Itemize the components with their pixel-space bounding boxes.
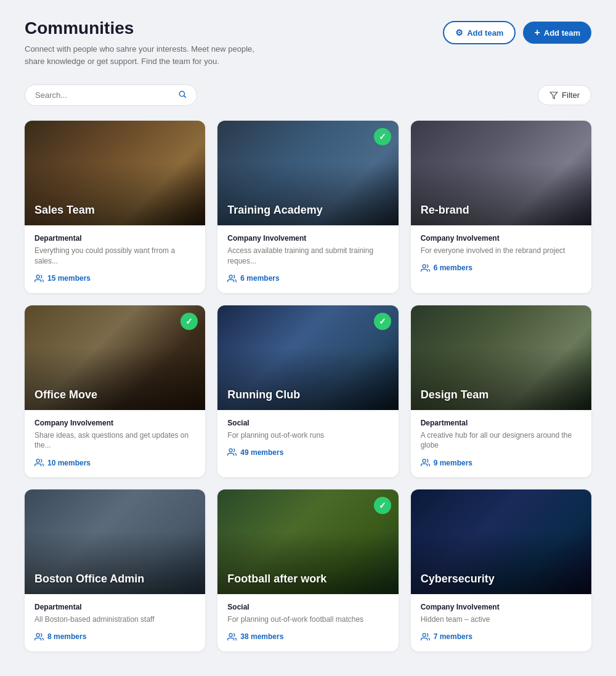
svg-point-7 bbox=[229, 449, 232, 452]
card-description: For everyone involved in the rebrand pro… bbox=[421, 246, 582, 256]
gear-icon bbox=[455, 28, 463, 38]
search-icon bbox=[178, 90, 187, 100]
community-card[interactable]: Running Club ✓ Social For planning out-o… bbox=[217, 305, 398, 478]
members-count: 6 members bbox=[240, 274, 279, 283]
members-icon bbox=[227, 448, 237, 457]
add-team-button[interactable]: Add team bbox=[523, 22, 591, 44]
card-image-7: Boston Office Admin bbox=[25, 489, 205, 594]
card-title-overlay: Re-brand bbox=[421, 204, 469, 217]
card-description: Access available training and submit tra… bbox=[227, 246, 388, 267]
card-title-overlay: Boston Office Admin bbox=[34, 573, 144, 585]
community-card[interactable]: Training Academy ✓ Company Involvement A… bbox=[217, 121, 398, 293]
card-body: Company Involvement For everyone involve… bbox=[411, 225, 591, 283]
card-category: Social bbox=[227, 603, 388, 611]
card-members: 49 members bbox=[227, 448, 388, 457]
card-body: Company Involvement Hidden team – active… bbox=[411, 594, 591, 651]
filter-button[interactable]: Filter bbox=[538, 85, 591, 105]
members-count: 10 members bbox=[47, 459, 91, 467]
card-description: For planning out-of-work football matche… bbox=[227, 614, 388, 625]
card-description: Hidden team – active bbox=[421, 614, 582, 625]
filter-icon bbox=[549, 91, 558, 100]
page-header: Communities Connect with people who sahr… bbox=[25, 18, 591, 67]
card-description: All Boston-based administration staff bbox=[34, 614, 195, 625]
members-icon bbox=[421, 632, 430, 642]
members-count: 7 members bbox=[434, 632, 472, 641]
card-body: Departmental Everything you could possib… bbox=[25, 225, 205, 293]
svg-point-9 bbox=[36, 634, 39, 637]
card-body: Departmental All Boston-based administra… bbox=[25, 594, 205, 651]
card-category: Company Involvement bbox=[34, 419, 195, 427]
card-category: Social bbox=[227, 419, 388, 427]
community-card[interactable]: Boston Office Admin Departmental All Bos… bbox=[25, 489, 205, 651]
cards-grid: Sales Team Departmental Everything you c… bbox=[25, 121, 591, 651]
members-count: 49 members bbox=[240, 448, 283, 457]
members-icon bbox=[421, 458, 430, 467]
search-input[interactable] bbox=[35, 91, 173, 100]
card-members: 6 members bbox=[421, 264, 582, 273]
card-category: Company Involvement bbox=[421, 234, 582, 243]
svg-point-3 bbox=[36, 275, 39, 278]
check-badge: ✓ bbox=[374, 497, 391, 514]
card-members: 8 members bbox=[34, 632, 195, 642]
card-image-2: Training Academy ✓ bbox=[217, 121, 398, 225]
card-category: Departmental bbox=[34, 234, 195, 243]
manage-team-label: Add team bbox=[467, 28, 503, 38]
card-category: Departmental bbox=[421, 419, 582, 427]
card-title-overlay: Cybersecurity bbox=[421, 573, 495, 585]
card-members: 7 members bbox=[421, 632, 582, 642]
members-icon bbox=[34, 632, 44, 642]
members-count: 8 members bbox=[47, 632, 86, 641]
card-image-4: Office Move ✓ bbox=[25, 305, 205, 410]
card-image-1: Sales Team bbox=[25, 121, 205, 225]
card-members: 10 members bbox=[34, 458, 195, 467]
card-title-overlay: Running Club bbox=[227, 388, 300, 401]
card-description: Share ideas, ask questions and get updat… bbox=[34, 430, 195, 451]
card-body: Company Involvement Access available tra… bbox=[217, 225, 398, 293]
community-card[interactable]: Sales Team Departmental Everything you c… bbox=[25, 121, 205, 293]
card-image-8: Football after work ✓ bbox=[217, 489, 398, 594]
svg-line-1 bbox=[184, 96, 186, 98]
page-subtitle: Connect with people who sahre your inter… bbox=[25, 43, 271, 67]
svg-marker-2 bbox=[550, 92, 557, 99]
card-members: 6 members bbox=[227, 274, 388, 283]
card-image-5: Running Club ✓ bbox=[217, 305, 398, 410]
members-icon bbox=[227, 632, 237, 642]
plus-icon bbox=[534, 27, 540, 38]
card-title-overlay: Sales Team bbox=[34, 204, 95, 217]
card-members: 15 members bbox=[34, 274, 195, 283]
community-card[interactable]: Football after work ✓ Social For plannin… bbox=[217, 489, 398, 651]
svg-point-6 bbox=[36, 459, 39, 462]
svg-point-8 bbox=[423, 459, 426, 462]
members-count: 15 members bbox=[47, 274, 91, 283]
search-filter-row: Filter bbox=[25, 84, 591, 106]
card-category: Departmental bbox=[34, 603, 195, 611]
card-category: Company Involvement bbox=[421, 603, 582, 611]
community-card[interactable]: Cybersecurity Company Involvement Hidden… bbox=[411, 489, 591, 651]
card-body: Social For planning out-of-work runs 49 … bbox=[217, 410, 398, 467]
card-members: 38 members bbox=[227, 632, 388, 642]
members-icon bbox=[34, 274, 44, 283]
card-description: A creative hub for all our designers aro… bbox=[421, 430, 582, 451]
page-title: Communities bbox=[25, 18, 271, 38]
check-badge: ✓ bbox=[374, 313, 391, 330]
card-category: Company Involvement bbox=[227, 234, 388, 243]
card-description: Everything you could possibly want frrom… bbox=[34, 246, 195, 267]
check-badge: ✓ bbox=[180, 313, 198, 330]
card-members: 9 members bbox=[421, 458, 582, 467]
community-card[interactable]: Re-brand Company Involvement For everyon… bbox=[411, 121, 591, 293]
community-card[interactable]: Design Team Departmental A creative hub … bbox=[411, 305, 591, 478]
members-count: 6 members bbox=[434, 264, 472, 272]
manage-team-button[interactable]: Add team bbox=[443, 21, 516, 44]
members-icon bbox=[421, 264, 430, 273]
check-badge: ✓ bbox=[374, 128, 391, 145]
search-box bbox=[25, 84, 197, 106]
svg-point-0 bbox=[179, 91, 184, 96]
page-wrapper: Communities Connect with people who sahr… bbox=[0, 0, 616, 676]
card-body: Company Involvement Share ideas, ask que… bbox=[25, 410, 205, 478]
community-card[interactable]: Office Move ✓ Company Involvement Share … bbox=[25, 305, 205, 478]
header-left: Communities Connect with people who sahr… bbox=[25, 18, 271, 67]
card-image-3: Re-brand bbox=[411, 121, 591, 225]
card-image-6: Design Team bbox=[411, 305, 591, 410]
svg-point-10 bbox=[229, 634, 232, 637]
card-title-overlay: Design Team bbox=[421, 388, 489, 401]
